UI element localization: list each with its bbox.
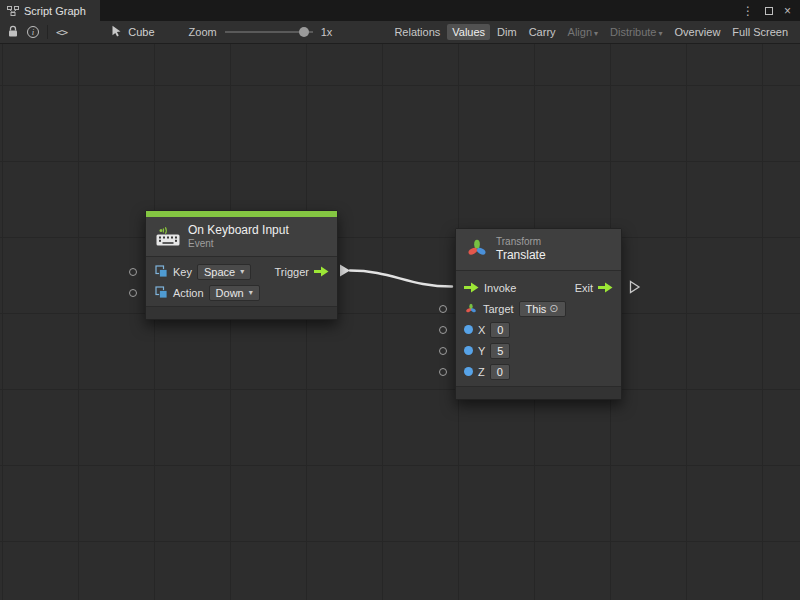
target-row: Target This ⊙ [456, 298, 621, 319]
node-footer [146, 306, 337, 319]
value-port-dot-icon [464, 346, 473, 355]
y-input-port[interactable] [439, 347, 447, 355]
node-title: Translate [496, 248, 546, 263]
graph-target[interactable]: Cube [111, 25, 154, 39]
pointer-icon [111, 25, 122, 39]
node-on-keyboard-input[interactable]: On Keyboard Input Event Key Space [145, 210, 338, 320]
zoom-control: Zoom 1x [189, 26, 333, 38]
x-input-port[interactable] [439, 326, 447, 334]
trigger-label: Trigger [275, 266, 309, 278]
z-input-port[interactable] [439, 368, 447, 376]
graph-canvas[interactable]: On Keyboard Input Event Key Space [0, 44, 800, 600]
target-value-field[interactable]: This ⊙ [519, 301, 566, 317]
relations-button[interactable]: Relations [389, 24, 445, 40]
exit-output-port[interactable] [598, 282, 613, 293]
x-row: X 0 [456, 319, 621, 340]
key-label: Key [173, 266, 192, 278]
window-controls: ⋮ × [742, 0, 800, 21]
key-row: Key Space ▾ Trigger [146, 261, 337, 282]
node-category: Transform [496, 236, 546, 249]
key-input-port[interactable] [129, 268, 137, 276]
zoom-value: 1x [321, 26, 333, 38]
z-value-field[interactable]: 0 [490, 364, 510, 380]
x-label: X [478, 324, 485, 336]
invoke-input-port[interactable] [464, 282, 479, 293]
code-icon[interactable]: <> [56, 26, 67, 39]
tab-script-graph[interactable]: Script Graph [0, 0, 100, 21]
connection-start-arrow-icon [340, 265, 350, 277]
run-triangle-icon[interactable] [629, 280, 641, 298]
zoom-slider[interactable] [225, 26, 313, 38]
menu-icon[interactable]: ⋮ [742, 5, 754, 17]
translate-node-header: Transform Translate [456, 229, 621, 271]
enum-icon [154, 286, 168, 299]
chevron-down-icon: ▾ [594, 29, 598, 38]
translate-node-body: Invoke Exit [456, 271, 621, 386]
tab-bar: Script Graph ⋮ × [0, 0, 800, 21]
z-label: Z [478, 366, 485, 378]
tab-title: Script Graph [24, 5, 86, 17]
target-input-port[interactable] [439, 305, 447, 313]
keyboard-icon [156, 226, 180, 248]
z-row: Z 0 [456, 361, 621, 382]
graph-icon [7, 5, 19, 17]
close-icon[interactable]: × [784, 5, 791, 17]
align-button[interactable]: Align▾ [563, 24, 603, 40]
toolbar-buttons: Relations Values Dim Carry Align▾ Distri… [389, 24, 793, 40]
carry-button[interactable]: Carry [524, 24, 561, 40]
invoke-label: Invoke [484, 282, 516, 294]
enum-icon [154, 265, 168, 278]
values-button[interactable]: Values [447, 24, 490, 40]
graph-toolbar: i <> Cube Zoom 1x Relations Values Dim C… [0, 21, 800, 44]
dropdown-caret-icon: ▾ [240, 267, 244, 276]
toolbar-separator [47, 25, 48, 39]
lock-icon[interactable] [7, 25, 19, 40]
overview-button[interactable]: Overview [670, 24, 726, 40]
connection-layer [0, 44, 800, 600]
value-port-dot-icon [464, 325, 473, 334]
action-label: Action [173, 287, 204, 299]
action-dropdown[interactable]: Down ▾ [209, 285, 260, 301]
target-name-label: Cube [128, 26, 154, 38]
x-value-field[interactable]: 0 [490, 322, 510, 338]
script-graph-window: Script Graph ⋮ × i <> Cube Zo [0, 0, 800, 600]
connection-wire[interactable] [350, 271, 452, 287]
zoom-label: Zoom [189, 26, 217, 38]
value-port-dot-icon [464, 367, 473, 376]
self-target-icon: ⊙ [549, 303, 558, 314]
dim-button[interactable]: Dim [492, 24, 522, 40]
node-title: On Keyboard Input [188, 223, 289, 238]
y-row: Y 5 [456, 340, 621, 361]
keyboard-node-body: Key Space ▾ Trigger [146, 257, 337, 306]
keyboard-node-header: On Keyboard Input Event [146, 217, 337, 257]
maximize-icon[interactable] [765, 5, 773, 17]
distribute-button[interactable]: Distribute▾ [605, 24, 667, 40]
invoke-row: Invoke Exit [456, 277, 621, 298]
action-input-port[interactable] [129, 289, 137, 297]
chevron-down-icon: ▾ [659, 29, 663, 38]
node-subtitle: Event [188, 238, 289, 251]
node-footer [456, 386, 621, 399]
node-transform-translate[interactable]: Transform Translate Invoke Exit [455, 228, 622, 400]
action-row: Action Down ▾ [146, 282, 337, 303]
info-icon[interactable]: i [27, 26, 39, 38]
zoom-slider-knob[interactable] [299, 27, 309, 37]
transform-icon [464, 303, 478, 315]
fullscreen-button[interactable]: Full Screen [727, 24, 793, 40]
key-dropdown[interactable]: Space ▾ [197, 264, 251, 280]
target-label: Target [483, 303, 514, 315]
transform-icon [466, 238, 488, 262]
trigger-output-port[interactable] [314, 266, 329, 277]
y-value-field[interactable]: 5 [490, 343, 510, 359]
dropdown-caret-icon: ▾ [249, 288, 253, 297]
y-label: Y [478, 345, 485, 357]
exit-label: Exit [575, 282, 593, 294]
